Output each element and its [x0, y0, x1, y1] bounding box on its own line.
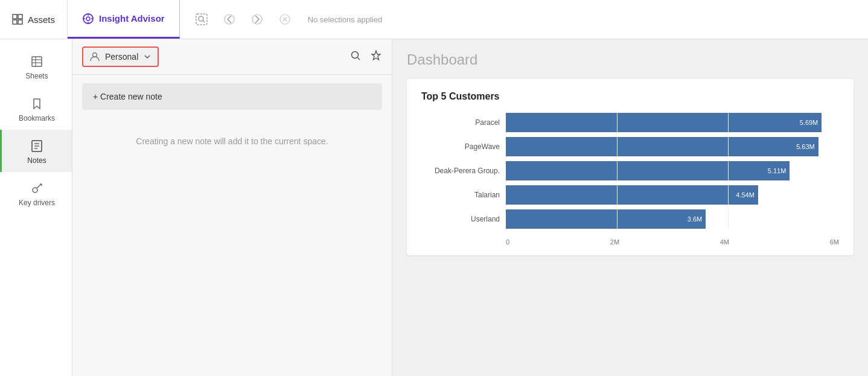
bar-row: Userland3.6M — [421, 209, 839, 229]
chart-card: Top 5 Customers Paracel5.69MPageWave5.63… — [407, 79, 854, 255]
svg-point-31 — [352, 52, 359, 59]
bar-container: 3.6M — [506, 209, 839, 229]
sidebar-item-bookmarks[interactable]: Bookmarks — [0, 88, 72, 130]
notes-header-actions — [349, 49, 382, 64]
svg-line-27 — [37, 184, 41, 188]
key-drivers-icon — [30, 182, 43, 195]
bar-fill: 4.54M — [506, 185, 758, 205]
notes-panel: Personal + Cre — [72, 39, 392, 376]
bar-fill: 3.6M — [506, 209, 706, 229]
topbar: Assets Insight Advisor — [0, 0, 868, 39]
bar-row: Deak-Perera Group.5.11M — [421, 161, 839, 180]
svg-point-5 — [86, 17, 90, 21]
sidebar-notes-label: Notes — [27, 156, 46, 165]
svg-rect-18 — [32, 57, 42, 66]
forward-icon[interactable] — [247, 10, 267, 29]
pin-icon[interactable] — [370, 49, 382, 64]
dashboard-panel: Dashboard Top 5 Customers Paracel5.69MPa… — [392, 39, 868, 376]
bar-fill: 5.11M — [506, 161, 790, 180]
bar-label: Talarian — [421, 191, 506, 199]
sidebar-key-drivers-label: Key drivers — [19, 199, 55, 207]
svg-line-32 — [358, 58, 360, 60]
search-notes-icon[interactable] — [349, 49, 362, 64]
topbar-actions: No selections applied — [180, 10, 868, 29]
notes-empty-message: Creating a new note will add it to the c… — [72, 136, 392, 146]
bar-fill: 5.69M — [506, 113, 822, 132]
notes-header: Personal — [72, 39, 392, 75]
search-selections-icon[interactable] — [192, 10, 211, 29]
icon-sidebar: Sheets Bookmarks Notes Key dr — [0, 39, 72, 376]
sidebar-bookmarks-label: Bookmarks — [19, 114, 55, 123]
svg-point-26 — [33, 188, 37, 193]
personal-dropdown[interactable]: Personal — [82, 46, 159, 67]
bar-value: 3.6M — [688, 215, 702, 223]
chevron-down-icon — [143, 53, 152, 61]
no-selections-text: No selections applied — [308, 15, 383, 24]
svg-rect-0 — [13, 14, 17, 19]
create-note-label: + Create new note — [93, 92, 162, 101]
bar-label: Paracel — [421, 118, 506, 127]
bar-container: 5.11M — [506, 161, 839, 180]
back-icon[interactable] — [220, 10, 239, 29]
bar-label: PageWave — [421, 142, 506, 151]
insight-icon — [82, 13, 94, 25]
clear-selections-icon[interactable] — [275, 10, 295, 29]
bar-value: 4.54M — [736, 191, 755, 199]
bar-chart: Paracel5.69MPageWave5.63MDeak-Perera Gro… — [421, 113, 839, 234]
svg-line-12 — [203, 21, 205, 22]
chart-x-axis: 02M4M6M — [421, 238, 839, 246]
insight-advisor-label: Insight Advisor — [99, 13, 165, 24]
assets-label: Assets — [28, 14, 55, 25]
main-layout: Sheets Bookmarks Notes Key dr — [0, 39, 868, 376]
sidebar-item-sheets[interactable]: Sheets — [0, 45, 72, 88]
bar-fill: 5.63M — [506, 137, 819, 156]
sheets-icon — [30, 55, 43, 68]
x-axis-label: 0 — [506, 238, 509, 246]
svg-point-14 — [252, 14, 262, 24]
svg-point-13 — [225, 14, 234, 24]
insight-advisor-tab[interactable]: Insight Advisor — [68, 0, 180, 39]
dashboard-title: Dashboard — [407, 51, 854, 68]
svg-rect-2 — [13, 20, 17, 24]
bar-container: 5.63M — [506, 137, 839, 156]
chart-title: Top 5 Customers — [421, 91, 839, 102]
svg-point-11 — [199, 16, 203, 21]
personal-label: Personal — [105, 52, 138, 62]
bar-container: 4.54M — [506, 185, 839, 205]
bookmarks-icon — [30, 97, 43, 110]
x-axis-label: 6M — [830, 238, 839, 246]
svg-rect-1 — [18, 14, 22, 19]
sidebar-item-notes[interactable]: Notes — [0, 130, 72, 172]
grid-icon — [12, 14, 23, 25]
x-axis-label: 2M — [610, 238, 619, 246]
create-note-button[interactable]: + Create new note — [82, 83, 382, 110]
bar-row: Paracel5.69M — [421, 113, 839, 132]
svg-rect-10 — [196, 14, 207, 25]
bar-row: Talarian4.54M — [421, 185, 839, 205]
sidebar-sheets-label: Sheets — [25, 72, 48, 80]
x-axis-labels: 02M4M6M — [506, 238, 839, 246]
bar-value: 5.63M — [796, 143, 815, 150]
notes-icon — [30, 139, 43, 153]
bar-value: 5.11M — [768, 167, 787, 174]
sidebar-item-key-drivers[interactable]: Key drivers — [0, 172, 72, 214]
person-icon — [89, 51, 100, 62]
bar-container: 5.69M — [506, 113, 839, 132]
bar-label: Deak-Perera Group. — [421, 167, 506, 175]
bar-row: PageWave5.63M — [421, 137, 839, 156]
bar-label: Userland — [421, 215, 506, 223]
bar-value: 5.69M — [800, 119, 819, 126]
x-axis-label: 4M — [720, 238, 729, 246]
svg-rect-3 — [18, 20, 22, 24]
assets-tab[interactable]: Assets — [0, 0, 68, 39]
